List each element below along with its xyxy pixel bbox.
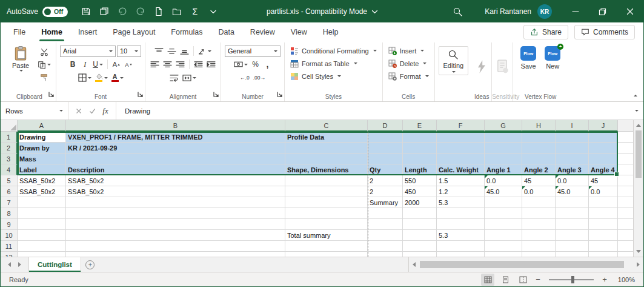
- page-break-view-button[interactable]: [516, 274, 529, 286]
- cell-D4[interactable]: Qty: [368, 164, 403, 175]
- cell-A6[interactable]: SSAB_50x2: [18, 186, 66, 197]
- cell-G3[interactable]: [485, 154, 522, 164]
- fill-color-button[interactable]: [94, 72, 109, 84]
- cell-G4[interactable]: Angle 1: [485, 164, 522, 175]
- cell-A8[interactable]: [18, 208, 66, 219]
- cell-F4[interactable]: Calc. Weight: [437, 164, 485, 175]
- cell-C3[interactable]: [285, 154, 368, 164]
- cell-H3[interactable]: [522, 154, 556, 164]
- cell-J3[interactable]: [589, 154, 618, 164]
- tab-insert[interactable]: Insert: [70, 22, 105, 41]
- cell-E2[interactable]: [403, 143, 437, 154]
- font-dialog-launcher[interactable]: [138, 89, 143, 100]
- save-button[interactable]: [78, 4, 94, 20]
- format-cells-button[interactable]: Format: [387, 70, 431, 83]
- cell-C2[interactable]: [285, 143, 368, 154]
- number-dialog-launcher[interactable]: [277, 89, 282, 100]
- row-header-2[interactable]: 2: [1, 143, 18, 154]
- alignment-dialog-launcher[interactable]: [213, 89, 219, 100]
- cell-G8[interactable]: [485, 208, 522, 219]
- expand-formula-bar-button[interactable]: [629, 102, 643, 120]
- cell-F12[interactable]: [437, 252, 485, 257]
- minimize-button[interactable]: [562, 1, 589, 22]
- row-header-8[interactable]: 8: [1, 208, 18, 219]
- font-size-combo[interactable]: 10: [117, 46, 141, 57]
- column-header-G[interactable]: G: [485, 120, 522, 132]
- insert-function-button[interactable]: fx: [100, 105, 111, 116]
- cell-I4[interactable]: Angle 3: [556, 164, 589, 175]
- normal-view-button[interactable]: [481, 274, 494, 286]
- cell-E1[interactable]: [403, 132, 437, 143]
- tab-data[interactable]: Data: [210, 22, 242, 41]
- cell-H12[interactable]: [522, 252, 556, 257]
- cell-F5[interactable]: 1.5: [437, 175, 485, 186]
- cell-H9[interactable]: [522, 219, 556, 230]
- cell-E7[interactable]: 2000: [403, 197, 437, 208]
- cell-D10[interactable]: [368, 230, 403, 241]
- new-file-button[interactable]: [150, 4, 167, 20]
- zoom-slider[interactable]: [549, 279, 594, 280]
- cell-J2[interactable]: [589, 143, 618, 154]
- page-layout-view-button[interactable]: [499, 274, 512, 286]
- cell-E11[interactable]: [403, 241, 437, 252]
- cell-B7[interactable]: [66, 197, 285, 208]
- column-header-I[interactable]: I: [556, 120, 589, 132]
- enter-entry-button[interactable]: [87, 105, 98, 116]
- comments-button[interactable]: Comments: [574, 25, 635, 39]
- cell-J6[interactable]: 0.0: [589, 186, 618, 197]
- cell-D3[interactable]: [368, 154, 403, 164]
- cut-button[interactable]: [36, 46, 52, 58]
- cell-D6[interactable]: 2: [368, 186, 403, 197]
- cell-B4[interactable]: Description: [66, 164, 285, 175]
- align-center-button[interactable]: [162, 59, 173, 70]
- tab-review[interactable]: Review: [242, 22, 283, 41]
- cell-C6[interactable]: [285, 186, 368, 197]
- cell-A3[interactable]: Mass: [18, 154, 66, 164]
- increase-decimal-button[interactable]: ←.0: [239, 72, 251, 84]
- cell-J4[interactable]: Angle 4: [589, 164, 618, 175]
- middle-align-button[interactable]: [166, 46, 178, 57]
- row-header-4[interactable]: 4: [1, 164, 18, 175]
- tab-page-layout[interactable]: Page Layout: [105, 22, 163, 41]
- cell-C7[interactable]: [285, 197, 368, 208]
- comma-style-button[interactable]: ,: [262, 59, 273, 70]
- cell-G6[interactable]: 45.0: [485, 186, 522, 197]
- flow-new-button[interactable]: Flow+ New: [545, 46, 560, 70]
- tab-file[interactable]: File: [5, 22, 33, 41]
- sheet-tab-cuttinglist[interactable]: Cuttinglist: [28, 257, 81, 272]
- window-title-area[interactable]: partlist.xls - Compatibility Mode: [267, 1, 377, 22]
- row-header-11[interactable]: 11: [1, 241, 18, 252]
- cell-E6[interactable]: 450: [403, 186, 437, 197]
- tab-help[interactable]: Help: [315, 22, 347, 41]
- cell-D5[interactable]: 2: [368, 175, 403, 186]
- wrap-text-button[interactable]: [168, 72, 180, 84]
- bold-button[interactable]: B: [67, 59, 78, 70]
- align-left-button[interactable]: [149, 59, 161, 70]
- underline-button[interactable]: U: [91, 59, 104, 70]
- cell-F1[interactable]: [437, 132, 485, 143]
- cell-F3[interactable]: [437, 154, 485, 164]
- cell-H2[interactable]: [522, 143, 556, 154]
- cell-G1[interactable]: [485, 132, 522, 143]
- row-header-5[interactable]: 5: [1, 175, 18, 186]
- cell-G9[interactable]: [485, 219, 522, 230]
- font-color-button[interactable]: A: [110, 72, 125, 84]
- cell-I5[interactable]: 0.0: [556, 175, 589, 186]
- column-header-A[interactable]: A: [18, 120, 66, 132]
- cell-H11[interactable]: [522, 241, 556, 252]
- cell-A11[interactable]: [18, 241, 66, 252]
- cell-J11[interactable]: [589, 241, 618, 252]
- cell-B8[interactable]: [66, 208, 285, 219]
- cell-B2[interactable]: KR / 2021-09-29: [66, 143, 285, 154]
- row-header-6[interactable]: 6: [1, 186, 18, 197]
- cell-E10[interactable]: [403, 230, 437, 241]
- cell-I2[interactable]: [556, 143, 589, 154]
- cell-C11[interactable]: [285, 241, 368, 252]
- cell-A4[interactable]: Label: [18, 164, 66, 175]
- decrease-indent-button[interactable]: [193, 59, 204, 70]
- avatar[interactable]: KR: [537, 4, 552, 19]
- spreadsheet-grid[interactable]: ABCDEFGHIJ1DrawingVXEN_PROF1 / FRAME, MI…: [1, 120, 633, 257]
- borders-button[interactable]: [77, 72, 93, 84]
- cell-A2[interactable]: Drawn by: [18, 143, 66, 154]
- cell-G11[interactable]: [485, 241, 522, 252]
